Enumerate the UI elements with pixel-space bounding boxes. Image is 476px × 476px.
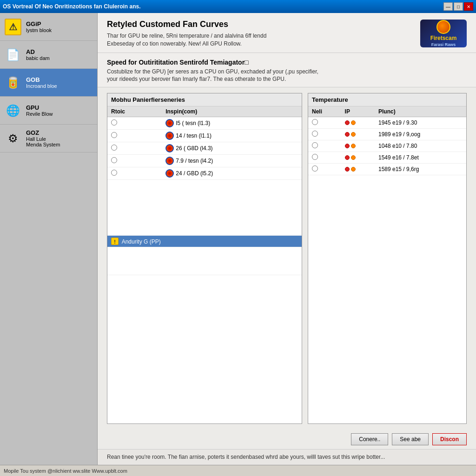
fan-icon-r5 [165, 169, 174, 178]
section-desc-1: Costublize for the GPU) [er seres ars a … [107, 68, 467, 76]
status-dot-orange-t1 [351, 120, 356, 125]
close-button[interactable]: ✕ [464, 2, 473, 11]
header-desc-2: Exbeseday of co tion nowerably. New! All… [107, 40, 416, 48]
table-row[interactable]: 1589 e15 / 9,6rg [308, 164, 466, 175]
radio-t3[interactable] [312, 142, 318, 148]
right-col-2: IP [341, 106, 375, 117]
footer-buttons: Conere.. See abe Discon [98, 430, 476, 449]
sidebar-item-subtitle-goz: Hall LuleMenda System [26, 136, 60, 147]
right-table-cell: 1549 e16 / 7.8et [375, 152, 466, 164]
logo-name: Firetscam [430, 35, 457, 41]
table-row[interactable]: I5 ( tesn (l1.3) [107, 117, 302, 130]
sidebar-item-title-gpu: GPU [26, 104, 53, 111]
table-row[interactable]: 7.9 / tesn (l4.2) [107, 155, 302, 167]
sidebar-item-title-goz: GOZ [26, 129, 60, 136]
main-container: ⚠ GGiP lystm blook 📄 AD babic dam 🥫 GOB … [0, 13, 476, 465]
radio-r2[interactable] [111, 132, 117, 138]
logo-flame-icon [436, 20, 450, 34]
sidebar-item-goz[interactable]: ⚙ GOZ Hall LuleMenda System [0, 125, 97, 152]
firetscam-logo: Firetscam Farasi Raws [420, 20, 467, 47]
table-row-empty [107, 180, 302, 236]
right-table-cell: 1989 e19 / 9,oog [375, 129, 466, 140]
warning-icon: ⚠ [5, 19, 21, 35]
right-table-cell: 1589 e15 / 9,6rg [375, 164, 466, 175]
radio-r1[interactable] [111, 119, 117, 126]
sidebar: ⚠ GGiP lystm blook 📄 AD babic dam 🥫 GOB … [0, 13, 98, 465]
table-row[interactable]: 1945 e19 / 9.30 [308, 117, 466, 129]
tables-area: Mobhu Panierfierseneries Rtoic Inspin(co… [98, 87, 476, 430]
right-table-cell: 1945 e19 / 9.30 [375, 117, 466, 129]
sidebar-item-title-ggip: GGiP [26, 20, 52, 27]
disconnect-button[interactable]: Discon [432, 433, 467, 445]
status-dot-red-t4 [345, 155, 350, 160]
maximize-button[interactable]: □ [454, 2, 463, 11]
fan-icon-r1 [165, 119, 174, 127]
warning-small-icon: ! [111, 238, 119, 245]
table-row[interactable]: 26 ( G8D (l4.3) [107, 142, 302, 155]
title-bar: OS Vortreal Of Neo Onritinzotions fan Cl… [0, 0, 476, 13]
radio-t2[interactable] [312, 131, 318, 137]
right-table-cell: 1048 e10 / 7.80 [375, 140, 466, 152]
right-col-3: Plunc) [375, 106, 466, 117]
sidebar-item-subtitle-ggip: lystm blook [26, 27, 52, 33]
sidebar-item-ad[interactable]: 📄 AD babic dam [0, 41, 97, 69]
right-table-content: Neli IP Plunc) [308, 106, 466, 175]
status-dot-orange-t4 [351, 155, 356, 160]
gear-icon: ⚙ [5, 130, 21, 147]
globe-icon: 🌐 [5, 102, 21, 119]
left-table-content: Rtoic Inspin(com) I5 ( tesn (l1.3) [107, 106, 302, 275]
table-row[interactable]: 1989 e19 / 9,oog [308, 129, 466, 140]
radio-r4[interactable] [111, 157, 117, 163]
status-dot-orange-t5 [351, 167, 356, 172]
radio-t1[interactable] [312, 119, 318, 125]
configure-button[interactable]: Conere.. [351, 433, 388, 445]
status-dot-red-t3 [345, 144, 350, 148]
fan-icon-r4 [165, 157, 174, 165]
table-row[interactable]: 24 / GBD (l5.2) [107, 167, 302, 180]
selected-table-row[interactable]: ! Andurity G (PP) [107, 236, 302, 247]
speed-section: Speed for Outirititation Sentirofd Temia… [98, 53, 476, 88]
right-table-title: Temperature [308, 93, 466, 106]
section-desc-2: your rideeds your berover fian Imarly fl… [107, 75, 467, 83]
status-dot-red-t2 [345, 132, 350, 137]
status-bar-text: Mopile Tou system @nlichient ww.slite Ww… [4, 468, 127, 474]
radio-r5[interactable] [111, 170, 117, 176]
status-dot-orange-t2 [351, 132, 356, 137]
right-table: Temperature Neli IP Plunc) [308, 93, 467, 424]
sidebar-item-subtitle-ad: babic dam [26, 55, 50, 61]
sidebar-item-ggip[interactable]: ⚠ GGiP lystm blook [0, 13, 97, 41]
table-row-empty2 [107, 247, 302, 275]
table-row[interactable]: 1048 e10 / 7.80 [308, 140, 466, 152]
logo-subtitle: Farasi Raws [431, 42, 456, 47]
window-controls: — □ ✕ [443, 2, 473, 11]
left-col-1: Rtoic [107, 106, 162, 117]
fan-icon-r3 [165, 144, 174, 152]
table-row[interactable]: 14 / tesn (l1.1) [107, 130, 302, 142]
status-dot-orange-t3 [351, 144, 356, 148]
minimize-button[interactable]: — [443, 2, 453, 11]
see-above-button[interactable]: See abe [392, 433, 429, 445]
status-bar: Mopile Tou system @nlichient ww.slite Ww… [0, 465, 476, 476]
sidebar-item-subtitle-gpu: Revile Blow [26, 111, 53, 117]
page-title: Retyled Customed Fan Curves [107, 20, 416, 29]
content-header: Retyled Customed Fan Curves Thar for GPU… [98, 13, 476, 53]
sidebar-item-subtitle-gob: Incroand bloe [26, 83, 57, 89]
fan-icon-r2 [165, 132, 174, 140]
content-area: Retyled Customed Fan Curves Thar for GPU… [98, 13, 476, 465]
right-col-1: Neli [308, 106, 341, 117]
status-dot-red-t1 [345, 120, 350, 125]
sidebar-item-title-gob: GOB [26, 76, 57, 83]
radio-t5[interactable] [312, 165, 318, 172]
sidebar-item-gob[interactable]: 🥫 GOB Incroand bloe [0, 69, 97, 97]
left-table-title: Mobhu Panierfierseneries [107, 93, 302, 106]
table-row[interactable]: 1549 e16 / 7.8et [308, 152, 466, 164]
left-table: Mobhu Panierfierseneries Rtoic Inspin(co… [107, 93, 302, 424]
can-icon: 🥫 [5, 74, 21, 91]
radio-t4[interactable] [312, 154, 318, 160]
left-col-2: Inspin(com) [162, 106, 302, 117]
header-desc-1: Thar for GPU be reline, 5Rni temperature… [107, 32, 416, 40]
footer-note: Rean tinee you're room. The fian arnise,… [98, 449, 476, 465]
document-icon: 📄 [5, 46, 21, 63]
radio-r3[interactable] [111, 145, 117, 151]
sidebar-item-gpu[interactable]: 🌐 GPU Revile Blow [0, 97, 97, 125]
